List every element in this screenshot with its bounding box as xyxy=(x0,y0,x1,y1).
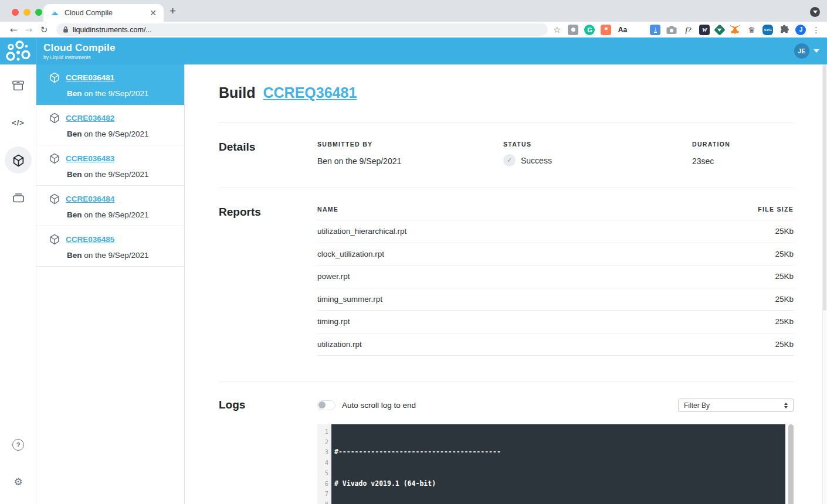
report-name: power.rpt xyxy=(317,272,350,281)
cube-icon xyxy=(12,154,25,167)
download-extension-icon[interactable]: ↓ xyxy=(650,25,660,35)
name-column-header: NAME xyxy=(317,206,338,213)
rail-builds-button[interactable] xyxy=(0,154,36,167)
log-console: 1 2 3 4 5 6 7 8 #-----------------------… xyxy=(317,424,794,504)
section-heading: Details xyxy=(219,141,317,166)
log-line: #---------------------------------------… xyxy=(334,447,785,458)
lock-icon xyxy=(63,26,69,33)
forward-button[interactable]: → xyxy=(21,25,36,35)
build-link[interactable]: CCRE036482 xyxy=(66,114,114,122)
wave-extension-icon[interactable]: w xyxy=(699,25,710,35)
build-id-link[interactable]: CCREQ36481 xyxy=(263,84,357,101)
build-link[interactable]: CCRE036483 xyxy=(66,154,114,163)
build-submitted-text: Ben on the 9/Sep/2021 xyxy=(67,130,184,138)
logs-section: Logs Auto scroll log to end Filter By 1 … xyxy=(219,382,794,504)
google-extension-icon[interactable] xyxy=(633,25,644,35)
browser-toolbar: ← → ↻ liquidinstruments.com/... ☆ G * Aa… xyxy=(0,22,827,38)
bookmark-star-icon[interactable]: ☆ xyxy=(553,25,561,35)
filesize-column-header: FILE SIZE xyxy=(758,206,794,213)
report-size: 25Kb xyxy=(775,227,794,236)
report-name: timing.rpt xyxy=(317,317,350,326)
minimize-window-button[interactable] xyxy=(23,9,30,16)
table-row[interactable]: timing.rpt 25Kb xyxy=(317,311,794,333)
rail-package-button[interactable] xyxy=(0,192,36,203)
report-size: 25Kb xyxy=(775,250,794,258)
liquid-instruments-logo-icon xyxy=(5,40,31,62)
rail-code-button[interactable]: </> xyxy=(0,118,36,127)
build-list-item[interactable]: CCRE036484 Ben on the 9/Sep/2021 xyxy=(36,186,184,226)
function-extension-icon[interactable]: f? xyxy=(683,25,693,35)
extensions-puzzle-icon[interactable] xyxy=(779,25,789,35)
rail-help-button[interactable]: ? xyxy=(0,439,36,451)
auto-scroll-toggle[interactable] xyxy=(317,400,335,410)
tab-close-icon[interactable]: ✕ xyxy=(150,8,157,18)
back-button[interactable]: ← xyxy=(6,25,21,35)
gear-icon: ⚙ xyxy=(13,476,22,488)
report-size: 25Kb xyxy=(775,340,794,349)
build-submitted-text: Ben on the 9/Sep/2021 xyxy=(67,251,184,260)
address-bar[interactable]: liquidinstruments.com/... xyxy=(56,23,548,36)
scrollbar-thumb[interactable] xyxy=(823,64,826,311)
reload-button[interactable]: ↻ xyxy=(36,25,52,35)
rail-settings-button[interactable]: ⚙ xyxy=(0,476,36,488)
chevron-down-icon[interactable] xyxy=(814,49,819,53)
box-icon xyxy=(12,192,25,203)
build-list-item[interactable]: CCRE036481 Ben on the 9/Sep/2021 xyxy=(36,64,184,105)
log-scrollbar[interactable] xyxy=(785,424,794,504)
extension-icon-generic[interactable] xyxy=(568,25,578,35)
code-icon: </> xyxy=(12,118,25,127)
build-link[interactable]: CCRE036481 xyxy=(66,73,114,82)
browser-tab[interactable]: Cloud Compile ✕ xyxy=(43,4,164,22)
app-logo[interactable] xyxy=(0,38,36,64)
auto-scroll-label: Auto scroll log to end xyxy=(342,401,416,410)
user-menu[interactable]: JE xyxy=(794,43,819,59)
cube-icon xyxy=(49,234,60,245)
user-avatar[interactable]: JE xyxy=(794,43,809,59)
filter-by-select[interactable]: Filter By xyxy=(678,399,794,412)
check-icon: ✓ xyxy=(503,154,516,166)
status-badge: ✓ Success xyxy=(503,154,692,166)
table-row[interactable]: power.rpt 25Kb xyxy=(317,265,794,288)
build-list-item[interactable]: CCRE036483 Ben on the 9/Sep/2021 xyxy=(36,145,184,186)
hubspot-extension-icon[interactable]: * xyxy=(601,25,611,35)
crown-extension-icon[interactable]: ♛ xyxy=(746,25,757,35)
table-row[interactable]: timing_summer.rpt 25Kb xyxy=(317,288,794,311)
close-window-button[interactable] xyxy=(12,9,19,16)
page-scrollbar[interactable] xyxy=(822,64,827,504)
submitted-by-value: Ben on the 9/Sep/2021 xyxy=(317,156,503,166)
browser-profile-avatar[interactable]: J xyxy=(795,25,806,35)
build-submitted-text: Ben on the 9/Sep/2021 xyxy=(67,170,184,179)
build-link[interactable]: CCRE036485 xyxy=(66,235,114,244)
cube-icon xyxy=(49,153,60,164)
scrollbar-thumb[interactable] xyxy=(788,424,794,504)
rail-archive-button[interactable] xyxy=(0,80,36,91)
column-label: DURATION xyxy=(692,141,794,148)
diamond-extension-icon[interactable] xyxy=(714,24,726,36)
zoom-window-button[interactable] xyxy=(35,9,42,16)
browser-menu-icon[interactable]: ⋮ xyxy=(812,25,820,35)
section-heading: Logs xyxy=(219,399,317,504)
metamask-extension-icon[interactable] xyxy=(730,25,740,35)
new-tab-button[interactable]: + xyxy=(170,5,176,18)
svg-extension-icon[interactable]: SVG xyxy=(762,25,773,35)
cube-icon xyxy=(49,193,60,205)
reports-section: Reports NAME FILE SIZE utilization_hiera… xyxy=(219,188,794,382)
report-size: 25Kb xyxy=(775,272,794,281)
app-header: Cloud Compile by Liquid Instruments JE xyxy=(0,38,827,64)
left-icon-rail: </> ? ⚙ xyxy=(0,64,36,504)
cube-icon xyxy=(49,72,60,83)
browser-tab-strip: Cloud Compile ✕ + xyxy=(0,0,827,22)
camera-extension-icon[interactable] xyxy=(666,25,677,35)
window-controls xyxy=(12,9,42,16)
main-content: BuildCCREQ36481 Details SUBMITTED BY Ben… xyxy=(185,64,827,504)
table-row[interactable]: utilization.rpt 25Kb xyxy=(317,333,794,356)
table-row[interactable]: clock_utilization.rpt 25Kb xyxy=(317,243,794,266)
build-link[interactable]: CCRE036484 xyxy=(66,195,114,203)
build-list: CCRE036481 Ben on the 9/Sep/2021 CCRE036… xyxy=(36,64,185,504)
tab-search-button[interactable] xyxy=(810,7,820,17)
build-list-item[interactable]: CCRE036482 Ben on the 9/Sep/2021 xyxy=(36,105,184,145)
table-row[interactable]: utilization_hierarchical.rpt 25Kb xyxy=(317,220,794,243)
grammarly-extension-icon[interactable]: G xyxy=(584,25,595,35)
build-list-item[interactable]: CCRE036485 Ben on the 9/Sep/2021 xyxy=(36,226,184,267)
fonts-extension-icon[interactable]: Aa xyxy=(617,25,628,35)
